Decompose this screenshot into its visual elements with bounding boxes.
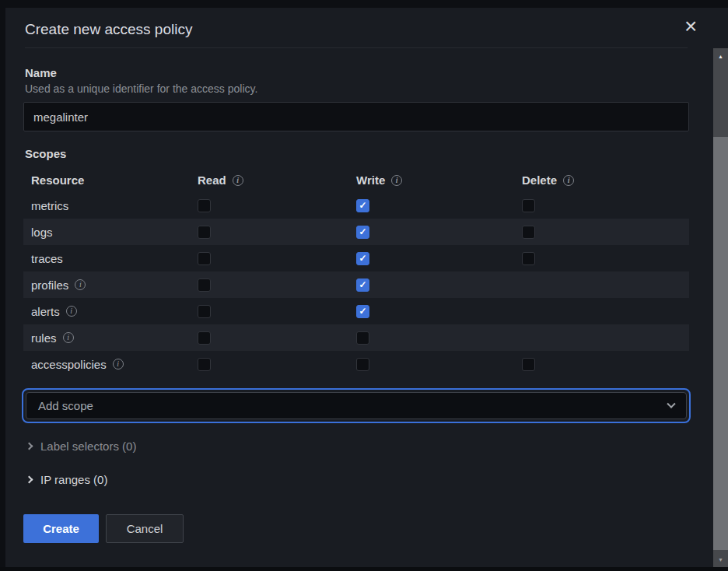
name-input[interactable] <box>23 102 689 131</box>
add-scope-select-control[interactable]: Add scope <box>26 392 687 419</box>
checkbox-write-alerts[interactable]: ✓ <box>356 305 369 318</box>
section-ip-ranges[interactable]: IP ranges (0) <box>26 473 107 486</box>
scrollbar-thumb[interactable] <box>713 137 728 550</box>
scopes-table: Resource Read i Write i Delete i metrics… <box>23 168 689 377</box>
info-icon[interactable]: i <box>563 175 574 186</box>
modal-title: Create new access policy <box>25 21 192 38</box>
name-field-description: Used as a unique identifier for the acce… <box>25 82 257 95</box>
info-icon[interactable]: i <box>75 279 86 290</box>
scope-resource-label: rulesi <box>31 331 198 345</box>
scope-row-profiles: profilesi✓ <box>23 271 689 298</box>
section-label: Label selectors (0) <box>40 440 136 453</box>
scroll-up-icon[interactable]: ▲ <box>713 50 728 62</box>
scope-resource-label: traces <box>31 252 198 265</box>
add-scope-select[interactable]: Add scope <box>22 388 691 423</box>
scope-resource-label: accesspoliciesi <box>31 358 198 371</box>
modal-bottom-edge <box>0 567 728 571</box>
column-header-read: Read i <box>198 173 356 187</box>
scope-resource-label: logs <box>31 226 198 239</box>
checkbox-read-logs[interactable] <box>198 226 211 239</box>
scopes-section-label: Scopes <box>25 147 66 160</box>
chevron-right-icon <box>26 443 33 450</box>
checkbox-delete-metrics[interactable] <box>522 199 535 212</box>
column-header-write: Write i <box>356 173 522 187</box>
checkbox-write-traces[interactable]: ✓ <box>356 252 369 265</box>
info-icon[interactable]: i <box>391 175 402 186</box>
header-divider <box>25 47 688 48</box>
chevron-down-icon <box>667 399 675 408</box>
name-field-label: Name <box>25 66 57 79</box>
scope-row-rules: rulesi <box>23 324 689 351</box>
info-icon[interactable]: i <box>66 306 77 317</box>
checkbox-read-accesspolicies[interactable] <box>198 358 211 371</box>
checkbox-read-metrics[interactable] <box>198 199 211 212</box>
section-label-selectors[interactable]: Label selectors (0) <box>26 440 136 453</box>
column-header-resource: Resource <box>31 173 198 187</box>
checkbox-read-alerts[interactable] <box>198 305 211 318</box>
scope-row-accesspolicies: accesspoliciesi <box>23 351 689 377</box>
checkbox-delete-logs[interactable] <box>522 226 535 239</box>
checkbox-write-metrics[interactable]: ✓ <box>356 199 369 212</box>
checkbox-read-traces[interactable] <box>198 252 211 265</box>
scope-resource-label: alertsi <box>31 305 198 318</box>
chevron-right-icon <box>26 476 33 484</box>
scope-row-metrics: metrics✓ <box>23 192 689 219</box>
close-icon[interactable]: × <box>684 16 697 37</box>
scopes-table-header: Resource Read i Write i Delete i <box>23 168 689 192</box>
checkbox-write-accesspolicies[interactable] <box>356 358 369 371</box>
scope-row-alerts: alertsi✓ <box>23 298 689 324</box>
checkbox-delete-traces[interactable] <box>522 252 535 265</box>
info-icon[interactable]: i <box>233 175 243 186</box>
checkbox-read-profiles[interactable] <box>198 278 211 292</box>
scope-resource-label: profilesi <box>31 278 198 292</box>
checkbox-read-rules[interactable] <box>198 331 211 345</box>
section-label: IP ranges (0) <box>40 473 107 486</box>
checkbox-delete-accesspolicies[interactable] <box>522 358 535 371</box>
checkbox-write-profiles[interactable]: ✓ <box>356 278 369 292</box>
scope-row-logs: logs✓ <box>23 219 689 245</box>
scope-row-traces: traces✓ <box>23 245 689 271</box>
add-scope-placeholder: Add scope <box>38 399 93 412</box>
scrollbar[interactable]: ▲ ▼ <box>713 48 728 567</box>
cancel-button[interactable]: Cancel <box>106 514 184 543</box>
checkbox-write-logs[interactable]: ✓ <box>356 226 369 239</box>
scroll-down-icon[interactable]: ▼ <box>713 553 728 566</box>
info-icon[interactable]: i <box>113 359 124 370</box>
scope-resource-label: metrics <box>31 199 198 212</box>
info-icon[interactable]: i <box>63 332 74 343</box>
create-button[interactable]: Create <box>23 514 99 543</box>
checkbox-write-rules[interactable] <box>356 331 369 345</box>
column-header-delete: Delete i <box>522 173 689 187</box>
